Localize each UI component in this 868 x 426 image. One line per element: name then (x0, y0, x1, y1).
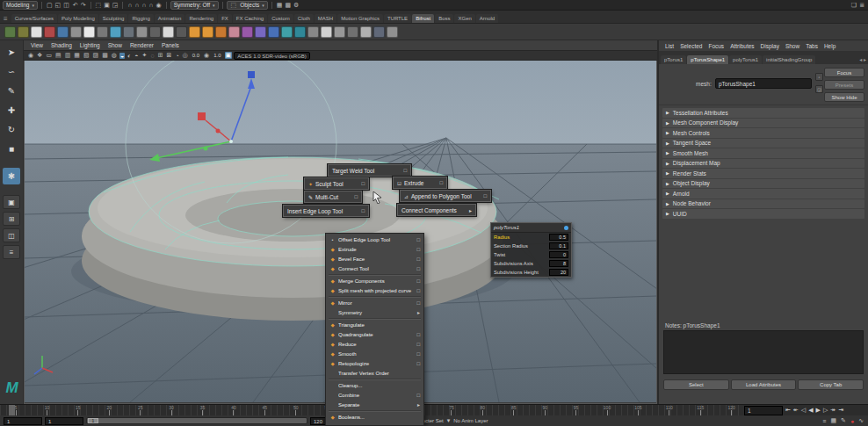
layout-outliner-icon[interactable]: ≡ (3, 245, 20, 259)
shelf-item-icon[interactable] (268, 26, 279, 38)
attribute-section-header[interactable]: ▶ UUID (662, 209, 864, 219)
attribute-section-header[interactable]: ▶ Node Behavior (662, 199, 864, 209)
snap-curve-icon[interactable]: ∩ (134, 1, 140, 10)
set-key-icon[interactable]: ✎ (840, 417, 847, 424)
help-dot-icon[interactable] (564, 226, 568, 230)
option-box-icon[interactable]: □ (416, 393, 420, 398)
panel-toolbar-icon[interactable]: ▭ (45, 52, 53, 59)
attribute-editor-menu-item[interactable]: Tabs (806, 43, 818, 49)
panel-toolbar-icon[interactable]: ▦ (73, 52, 81, 59)
symmetry-dropdown[interactable]: Symmetry: Off ▾ (170, 1, 219, 10)
attribute-value-field[interactable]: 20 (549, 269, 568, 276)
attribute-editor-menu-item[interactable]: Focus (708, 43, 724, 49)
option-box-icon[interactable]: □ (416, 300, 420, 306)
panel-toolbar-icon[interactable]: ◒ (119, 53, 125, 59)
marking-menu-southeast[interactable]: Connect Components ▸ (397, 204, 476, 216)
view-transform-dropdown[interactable]: ACES 1.0 SDR-video (sRGB) (234, 52, 310, 60)
step-forward-frame-icon[interactable]: ▷ (822, 407, 828, 414)
marking-menu-east[interactable]: ⊿ Append to Polygon Tool □ (400, 190, 491, 202)
attribute-section-header[interactable]: ▶ Render Stats (662, 169, 864, 178)
shelf-tab[interactable]: Motion Graphics (337, 14, 383, 23)
shelf-item-icon[interactable] (228, 26, 240, 38)
attribute-section-header[interactable]: ▶ Arnold (662, 189, 864, 199)
attribute-section-header[interactable]: ▶ Displacement Map (662, 159, 864, 169)
select-tool-icon[interactable]: ➤ (3, 44, 20, 61)
attribute-editor-menu-item[interactable]: Display (761, 43, 779, 49)
option-box-icon[interactable]: ▸ (417, 309, 420, 315)
pin-icon[interactable]: ▫ (815, 73, 823, 81)
shelf-item-icon[interactable] (31, 26, 42, 38)
animation-start-field[interactable]: 1 (45, 417, 83, 425)
panel-toolbar-icon[interactable]: ❖ (36, 52, 43, 59)
attribute-editor-button[interactable]: Copy Tab (798, 379, 864, 390)
attribute-editor-button[interactable]: Load Attributes (731, 379, 797, 390)
step-back-frame-icon[interactable]: ◁ (800, 407, 807, 414)
context-menu-item[interactable]: ◆ Triangulate (326, 320, 423, 329)
attribute-editor-menu-item[interactable]: Show (785, 43, 799, 49)
shelf-item-icon[interactable] (281, 26, 293, 38)
marking-menu-north[interactable]: Target Weld Tool □ (328, 164, 411, 177)
attribute-section-header[interactable]: ▶ Object Display (662, 179, 864, 189)
go-to-start-icon[interactable]: ⇤ (785, 407, 792, 414)
attribute-value-field[interactable]: 0 (549, 251, 568, 258)
context-menu-item[interactable]: ◆ Merge Components □ (326, 276, 423, 285)
shelf-tab[interactable]: Cloth (294, 14, 314, 23)
attribute-editor-tab[interactable]: polyTorus1 (729, 55, 762, 64)
shelf-item-icon[interactable] (44, 26, 55, 38)
shelf-item-icon[interactable] (360, 26, 372, 38)
play-backwards-icon[interactable]: ◀ (807, 407, 814, 414)
shelf-item-icon[interactable] (163, 26, 174, 38)
node-name-field[interactable]: pTorusShape1 (715, 78, 812, 89)
step-forward-key-icon[interactable]: ↠ (829, 407, 836, 414)
panel-toolbar-icon[interactable]: ▤ (54, 52, 62, 59)
context-menu-item[interactable]: ◆ Reduce □ (326, 339, 423, 349)
option-box-icon[interactable]: □ (416, 288, 420, 293)
make-live-icon[interactable]: ◉ (156, 1, 163, 10)
attribute-section-header[interactable]: ▶ Mesh Controls (662, 128, 864, 138)
panel-toolbar-icon[interactable]: ⊞ (157, 52, 164, 59)
shelf-tab[interactable]: XGen (454, 14, 474, 23)
shelf-item-icon[interactable] (123, 26, 134, 38)
attribute-section-header[interactable]: ▶ Mesh Component Display (662, 119, 864, 128)
presets-button[interactable]: Presets (824, 80, 864, 90)
save-scene-icon[interactable]: ◫ (62, 1, 70, 10)
play-forwards-icon[interactable]: ▶ (815, 407, 821, 414)
shelf-item-icon[interactable] (373, 26, 385, 38)
panel-toolbar-icon[interactable]: ◐ (127, 53, 132, 59)
shelf-tab[interactable]: MASH (315, 14, 336, 23)
move-tool-icon[interactable]: ✚ (3, 102, 20, 119)
shelf-item-icon[interactable] (307, 26, 319, 38)
option-box-icon[interactable]: □ (361, 181, 365, 186)
attribute-editor-menu-item[interactable]: Attributes (730, 43, 754, 49)
attribute-section-header[interactable]: ▶ Tessellation Attributes (662, 108, 864, 118)
option-box-icon[interactable]: □ (483, 193, 487, 199)
panel-toolbar-icon[interactable]: ◍ (111, 52, 118, 59)
shelf-item-icon[interactable] (176, 26, 187, 38)
open-scene-icon[interactable]: ◱ (54, 1, 62, 10)
render-settings-icon[interactable]: ⚙ (293, 1, 300, 10)
shelf-tab[interactable]: Rendering (185, 14, 217, 23)
shelf-tab[interactable]: FX Caching (233, 14, 267, 23)
context-menu-item[interactable]: ◆ Split mesh with projected curve □ (326, 285, 423, 295)
attribute-editor-tab[interactable]: initialShadingGroup (763, 55, 815, 64)
select-component-icon[interactable]: ◲ (112, 1, 119, 10)
option-box-icon[interactable]: □ (439, 180, 443, 185)
color-management-icon[interactable]: ▣ (225, 52, 233, 59)
snap-point-icon[interactable]: ∩ (141, 1, 147, 10)
panel-menu-item[interactable]: View (31, 42, 43, 48)
context-menu-item[interactable]: ◆ Bevel Face □ (326, 254, 423, 264)
shelf-tab[interactable]: FX (218, 14, 232, 23)
panel-menu-item[interactable]: Shading (51, 42, 72, 48)
context-menu-item[interactable]: ◆ Booleans... (326, 412, 423, 422)
shelf-tab[interactable]: Arnold (476, 14, 498, 23)
option-box-icon[interactable]: □ (416, 351, 420, 357)
panel-toolbar-icon[interactable]: ◌ (149, 53, 155, 59)
layout-single-icon[interactable]: ▣ (3, 195, 20, 209)
attribute-editor-menu-item[interactable]: List (665, 43, 674, 49)
shelf-item-icon[interactable] (136, 26, 148, 38)
shelf-item-icon[interactable] (4, 26, 16, 38)
option-box-icon[interactable]: □ (416, 237, 420, 242)
shelf-tab[interactable]: Rigging (128, 14, 153, 23)
selection-mask-dropdown[interactable]: ⬚ Objects ▾ (227, 1, 268, 10)
shelf-item-icon[interactable] (334, 26, 345, 38)
